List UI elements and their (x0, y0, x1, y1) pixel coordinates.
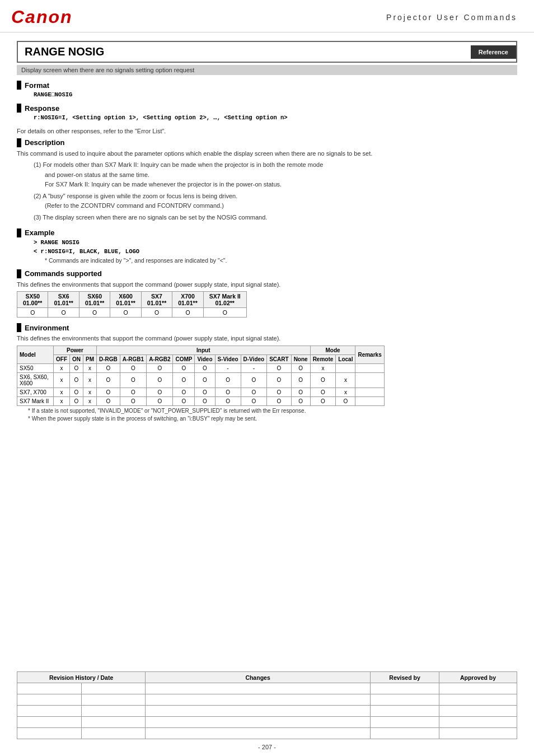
rev-r2-c2 (81, 694, 146, 706)
env-sx7mkii-drgb: O (97, 396, 120, 405)
rev-r3-c2 (81, 706, 146, 717)
env-sx7-pm: x (83, 388, 97, 396)
env-row-sx50: SX50 x O x O O O O O - - O O x (17, 363, 385, 372)
env-sx50-dvideo: - (241, 363, 267, 372)
env-sx7-video: O (195, 388, 215, 396)
rev-hdr-revisedby: Revised by (370, 672, 439, 683)
rev-r2-changes (146, 694, 371, 706)
section-bar-env (17, 323, 21, 332)
env-sx6-off: x (54, 372, 70, 388)
item-1-cont: and power-on status at the same time. (45, 171, 149, 178)
commands-value-row: O O O O O O O (17, 308, 247, 318)
main-content: RANGE NOSIG Reference Display screen whe… (0, 32, 534, 433)
env-sx6-remote: O (310, 372, 336, 388)
env-sx7-argb2: O (147, 388, 173, 396)
cmd-hdr-x700: X70001.01** (172, 292, 203, 308)
rev-row-4 (17, 717, 517, 728)
env-sx6-local: x (336, 372, 355, 388)
example-note: * Commands are indicated by ">", and res… (45, 257, 517, 264)
env-sx7mkii-off: x (54, 396, 70, 405)
format-section: Format RANGE□NOSIG (17, 81, 517, 98)
item-1-num: (1) For models other than SX7 Mark II: I… (34, 161, 323, 168)
env-model-sx7mkii: SX7 Mark II (17, 396, 54, 405)
env-sx7mkii-comp: O (173, 396, 195, 405)
env-sx7-scart: O (267, 388, 291, 396)
env-sx6-argb2: O (147, 372, 173, 388)
env-sx7-on: O (70, 388, 83, 396)
rev-r1-c1 (17, 683, 82, 694)
env-hdr-on: ON (70, 354, 83, 363)
cmd-val-sx7mkii: O (203, 308, 246, 318)
env-sx7-dvideo: O (241, 388, 267, 396)
env-sx7-none: O (291, 388, 310, 396)
rev-row-5 (17, 728, 517, 739)
env-sx7mkii-remarks (355, 396, 384, 405)
env-sx50-pm: x (83, 363, 97, 372)
reference-badge: Reference (471, 45, 516, 59)
env-sx50-svideo: - (215, 363, 241, 372)
response-section: Response r:NOSIG=I, <Setting option 1>, … (17, 104, 517, 121)
env-hdr-video: Video (195, 354, 215, 363)
env-hdr-comp: COMP (173, 354, 195, 363)
environment-title: Environment (25, 324, 69, 332)
section-bar-description (17, 138, 21, 147)
env-sx50-scart: O (267, 363, 291, 372)
cmd-val-x700: O (172, 308, 203, 318)
env-sx50-remarks (355, 363, 384, 372)
response-header: Response (17, 104, 517, 113)
rev-row-1 (17, 683, 517, 694)
rev-r4-c1 (17, 717, 82, 728)
section-bar-commands (17, 269, 21, 278)
rev-r4-c2 (81, 717, 146, 728)
description-text: This command is used to inquire about th… (17, 149, 517, 158)
env-sx7-drgb: O (97, 388, 120, 396)
page-number: - 207 - (17, 744, 517, 750)
env-sx7-off: x (54, 388, 70, 396)
rev-r3-c1 (17, 706, 82, 717)
rev-r5-approved (439, 728, 517, 739)
env-sx7-remarks (355, 388, 384, 396)
cmd-val-sx60: O (79, 308, 110, 318)
environment-header: Environment (17, 323, 517, 332)
env-sx6-argb1: O (120, 372, 146, 388)
env-sx50-comp: O (173, 363, 195, 372)
env-sx50-on: O (70, 363, 83, 372)
cmd-hdr-sx7mkii: SX7 Mark II01.02** (203, 292, 246, 308)
description-list: (1) For models other than SX7 Mark II: I… (34, 160, 517, 223)
rev-r2-c1 (17, 694, 82, 706)
env-hdr-mode: Mode (310, 346, 355, 354)
example-title: Example (25, 228, 54, 237)
env-sx50-argb2: O (147, 363, 173, 372)
env-sx50-argb1: O (120, 363, 146, 372)
env-hdr-argb1: A-RGB1 (120, 354, 146, 363)
env-sx7-svideo: O (215, 388, 241, 396)
env-hdr-argb2: A-RGB2 (147, 354, 173, 363)
env-hdr-remote: Remote (310, 354, 336, 363)
env-row-sx7: SX7, X700 x O x O O O O O O O O O O (17, 388, 385, 396)
example-header: Example (17, 228, 517, 237)
format-title: Format (25, 81, 49, 90)
cmd-hdr-sx60: SX6001.01** (79, 292, 110, 308)
env-sx7mkii-pm: x (83, 396, 97, 405)
env-sx6-drgb: O (97, 372, 120, 388)
header-title: Projector User Commands (386, 13, 517, 22)
commands-header-row: SX5001.00** SX601.01** SX6001.01** X6000… (17, 292, 247, 308)
document-title: RANGE NOSIG (18, 42, 111, 62)
env-sx7-argb1: O (120, 388, 146, 396)
env-sx7mkii-argb1: O (120, 396, 146, 405)
env-sx7mkii-scart: O (267, 396, 291, 405)
env-hdr-scart: SCART (267, 354, 291, 363)
rev-row-2 (17, 694, 517, 706)
env-model-sx7: SX7, X700 (17, 388, 54, 396)
item-2-sub: (Refer to the ZCONTDRV command and FCONT… (45, 202, 224, 209)
response-title: Response (25, 104, 59, 113)
title-bar: RANGE NOSIG Reference (17, 41, 517, 63)
env-hdr-off: OFF (54, 354, 70, 363)
description-title: Description (25, 138, 65, 147)
env-header-row-2: OFF ON PM D-RGB A-RGB1 A-RGB2 COMP Video… (17, 354, 385, 363)
rev-r5-revised (370, 728, 439, 739)
env-sx6-video: O (195, 372, 215, 388)
env-sx50-off: x (54, 363, 70, 372)
header: Canon Projector User Commands (0, 0, 534, 32)
env-hdr-power: Power (54, 346, 97, 354)
